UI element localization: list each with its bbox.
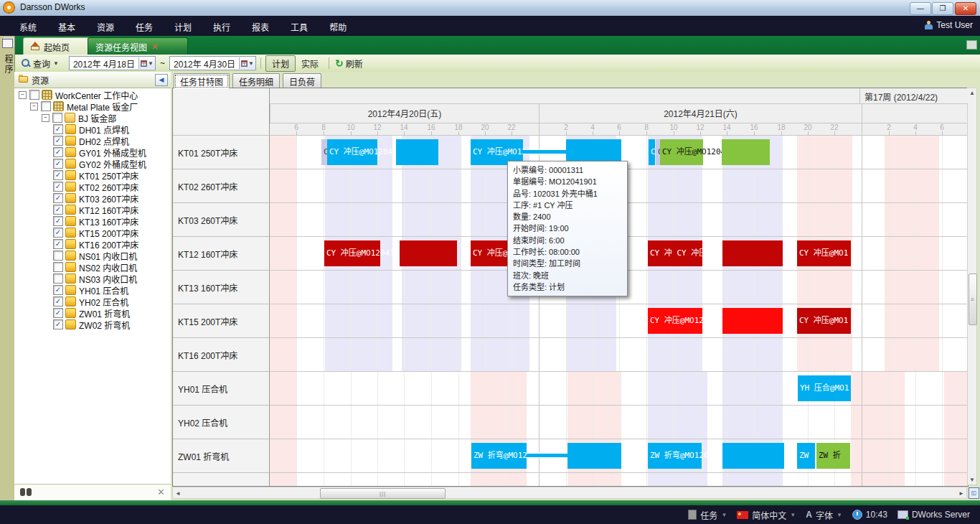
task-bar[interactable]: CY 冲压@MO1 — [797, 240, 851, 266]
task-bar[interactable]: ZW 折 — [816, 443, 850, 469]
tree-item[interactable]: NS01 内收口机 — [14, 250, 171, 261]
date-to-calendar-button[interactable]: ▼ — [239, 57, 255, 69]
tree-checkbox[interactable]: ✓ — [53, 296, 63, 307]
tree-checkbox[interactable]: ✓ — [53, 159, 63, 169]
tree-item[interactable]: ✓ZW01 折弯机 — [14, 307, 171, 319]
tree-item[interactable]: ✓KT15 200T冲床 — [14, 227, 171, 238]
menu-item-报表[interactable]: 报表 — [241, 16, 280, 36]
tree-item[interactable]: ✓KT03 260T冲床 — [14, 192, 171, 204]
menu-item-任务[interactable]: 任务 — [125, 16, 164, 36]
plan-toggle-button[interactable]: 计划 — [265, 55, 296, 72]
tree-checkbox[interactable]: ✓ — [53, 193, 63, 203]
gantt-tab-日负荷[interactable]: 日负荷 — [283, 73, 321, 88]
tab-close-icon[interactable]: ✕ — [151, 42, 158, 52]
restore-button[interactable]: ❐ — [932, 2, 953, 15]
vertical-scroll-thumb[interactable]: ≡ — [969, 273, 977, 325]
tree-item[interactable]: ✓YH01 压合机 — [14, 284, 171, 296]
task-bar[interactable]: CY 冲 CY 冲压@MO12041904 — [648, 240, 702, 266]
tree-item[interactable]: ✓KT13 160T冲床 — [14, 215, 171, 227]
task-bar[interactable]: C — [649, 139, 655, 165]
horizontal-scrollbar[interactable]: ◄ ||| ► — [172, 487, 967, 499]
tree-checkbox[interactable]: ✓ — [53, 136, 63, 146]
menu-item-资源[interactable]: 资源 — [86, 16, 125, 36]
user-area[interactable]: Test User — [925, 20, 973, 30]
task-bar[interactable]: C — [321, 139, 327, 165]
task-bar[interactable] — [722, 139, 770, 165]
binoculars-search-icon[interactable] — [20, 488, 32, 496]
task-bar[interactable]: ZW 折弯@MO12041901 — [471, 443, 527, 469]
tree-item[interactable]: NS03 内收口机 — [14, 273, 171, 284]
close-button[interactable]: ✕ — [955, 2, 976, 15]
chevron-down-icon[interactable]: ▼ — [837, 512, 842, 518]
vertical-scrollbar[interactable]: ▲ ≡ ▼ — [967, 88, 977, 485]
chevron-down-icon[interactable]: ▼ — [790, 512, 796, 518]
tree-checkbox[interactable]: ✓ — [53, 124, 63, 134]
tab-home-page[interactable]: 起始页 — [23, 37, 90, 55]
tree-item[interactable]: ✓KT01 250T冲床 — [14, 169, 171, 181]
tree-item[interactable]: −Metal Plate 钣金厂 — [14, 100, 171, 112]
actual-toggle-button[interactable]: 实际 — [296, 56, 324, 71]
tree-item[interactable]: NS02 内收口机 — [14, 261, 171, 273]
tree-checkbox[interactable] — [41, 101, 51, 111]
tree-checkbox[interactable] — [53, 273, 63, 284]
gantt-tab-任务甘特图[interactable]: 任务甘特图 — [174, 73, 230, 89]
tree-item[interactable]: −BJ 钣金部 — [14, 112, 171, 123]
menu-item-基本[interactable]: 基本 — [47, 16, 86, 36]
side-strip-label[interactable]: 程序 — [2, 55, 14, 75]
task-bar[interactable]: YH 压合@MO1 — [798, 375, 851, 401]
task-bar[interactable]: CY 冲压@MO12041904 — [324, 240, 380, 266]
task-bar[interactable] — [722, 240, 783, 266]
windows-stack-icon[interactable] — [2, 39, 13, 48]
scroll-left-icon[interactable]: ◄ — [175, 490, 181, 497]
tree-item[interactable]: ✓DH02 点焊机 — [14, 135, 171, 146]
query-dropdown-arrow[interactable]: ▼ — [53, 60, 59, 67]
menu-item-帮助[interactable]: 帮助 — [319, 16, 357, 36]
task-bar[interactable] — [722, 308, 783, 334]
date-to-field[interactable]: 2012年 4月30日 ▼ — [169, 56, 256, 70]
scroll-down-icon[interactable]: ▼ — [969, 477, 975, 483]
tree-checkbox[interactable]: ✓ — [53, 147, 63, 157]
tree-item[interactable]: ✓GY02 外桶成型机 — [14, 158, 171, 169]
tree-item[interactable]: ✓ZW02 折弯机 — [14, 319, 171, 330]
tree-expander-icon[interactable]: − — [42, 114, 50, 122]
scroll-up-icon[interactable]: ▲ — [969, 90, 975, 96]
tree-item[interactable]: ✓KT16 200T冲床 — [14, 238, 171, 250]
tree-checkbox[interactable] — [53, 262, 63, 272]
refresh-button[interactable]: 刷新 — [346, 57, 363, 70]
horizontal-scroll-thumb[interactable]: ||| — [320, 488, 446, 499]
menu-item-工具[interactable]: 工具 — [280, 16, 319, 36]
task-bar[interactable]: CY 冲压@MO12041902 — [660, 139, 703, 165]
tab-resource-task-view[interactable]: 资源任务视图 ✕ — [88, 37, 188, 55]
tree-checkbox[interactable] — [52, 113, 62, 123]
tree-checkbox[interactable]: ✓ — [53, 205, 63, 215]
tree-item[interactable]: ✓KT02 260T冲床 — [14, 181, 171, 192]
tree-item[interactable]: −WorkCenter 工作中心 — [14, 89, 171, 100]
panel-layout-icon[interactable] — [966, 40, 977, 50]
date-from-field[interactable]: 2012年 4月18日 ▼ — [69, 56, 156, 70]
task-bar-connector[interactable] — [527, 454, 567, 457]
minimize-button[interactable]: — — [910, 2, 931, 15]
query-button[interactable]: 查询 — [33, 57, 50, 70]
tree-item[interactable]: ✓YH02 压合机 — [14, 296, 171, 307]
task-bar[interactable] — [567, 443, 621, 469]
task-bar[interactable]: CY 冲压@MO1 — [797, 308, 851, 334]
tree-checkbox[interactable]: ✓ — [53, 308, 63, 318]
tree-item[interactable]: ✓GY01 外桶成型机 — [14, 146, 171, 158]
tree-checkbox[interactable]: ✓ — [53, 319, 63, 329]
status-item-简体中文[interactable]: 简体中文▼ — [737, 509, 796, 521]
task-bar[interactable]: ZW — [797, 443, 815, 469]
scroll-right-icon[interactable]: ► — [958, 490, 964, 497]
tree-checkbox[interactable]: ✓ — [53, 285, 63, 295]
tree-checkbox[interactable]: ✓ — [53, 228, 63, 238]
panel-collapse-button[interactable]: ◀ — [155, 74, 168, 86]
scroll-corner-icon[interactable]: ◱ — [969, 487, 979, 499]
tree-checkbox[interactable]: ✓ — [53, 170, 63, 180]
task-bar[interactable]: CY 冲压@MO12041903 — [648, 308, 702, 334]
tree-checkbox[interactable] — [29, 90, 39, 100]
clear-filter-icon[interactable]: ✕ — [157, 487, 165, 497]
tree-checkbox[interactable]: ✓ — [53, 239, 63, 249]
task-bar[interactable] — [722, 443, 784, 469]
task-bar[interactable] — [400, 240, 457, 266]
tree-checkbox[interactable]: ✓ — [53, 216, 63, 226]
chevron-down-icon[interactable]: ▼ — [721, 512, 727, 518]
